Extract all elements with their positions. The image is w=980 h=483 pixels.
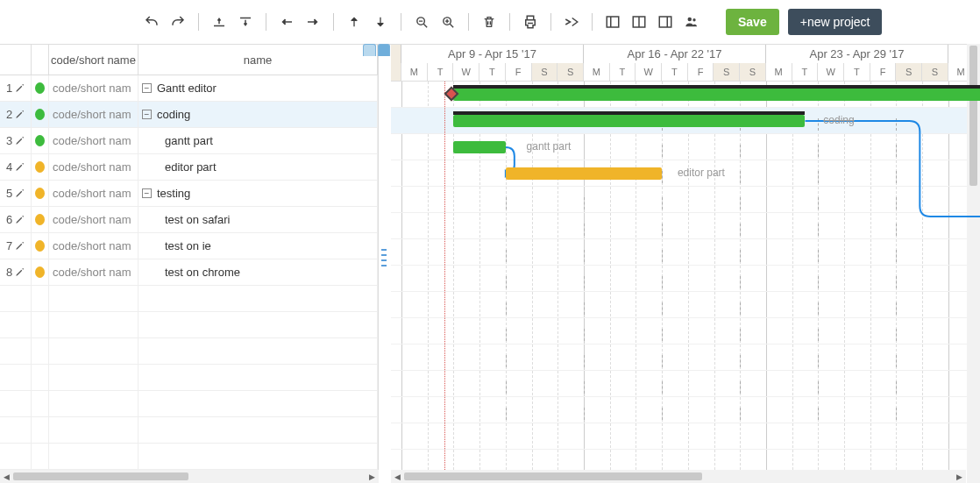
week-label: Apr 23 - Apr 29 '17 xyxy=(766,45,948,63)
edit-icon[interactable] xyxy=(15,188,25,198)
move-up-icon[interactable] xyxy=(343,11,366,33)
code-cell[interactable]: code/short nam xyxy=(49,128,138,153)
edit-icon[interactable] xyxy=(15,162,25,172)
edit-icon[interactable] xyxy=(15,241,25,251)
day-cell: W xyxy=(636,63,662,81)
table-row[interactable]: 2code/short nam−coding xyxy=(0,102,378,128)
table-row-empty xyxy=(0,391,378,417)
critical-path-icon[interactable] xyxy=(560,11,583,33)
tick-mark xyxy=(818,408,823,420)
edit-icon[interactable] xyxy=(15,215,25,224)
code-cell[interactable]: code/short nam xyxy=(49,233,138,259)
day-cell: S xyxy=(922,63,948,81)
scrollbar-thumb[interactable] xyxy=(13,472,188,480)
gantt-bar[interactable] xyxy=(453,115,805,127)
scroll-left-arrow-icon[interactable]: ◀ xyxy=(0,472,13,481)
edit-icon[interactable] xyxy=(15,136,25,146)
undo-icon[interactable] xyxy=(140,11,163,33)
layout-right-icon[interactable] xyxy=(654,11,677,33)
name-cell[interactable]: −coding xyxy=(138,102,378,127)
move-down-icon[interactable] xyxy=(369,11,392,33)
insert-below-icon[interactable] xyxy=(234,11,257,33)
table-row[interactable]: 3code/short namgantt part xyxy=(0,128,378,154)
gantt-row[interactable] xyxy=(391,423,980,450)
gantt-row[interactable] xyxy=(391,344,980,371)
table-row[interactable]: 6code/short namtest on safari xyxy=(0,207,378,233)
name-cell[interactable]: test on chrome xyxy=(138,259,378,285)
tick-mark xyxy=(506,355,511,367)
horizontal-scrollbar-left[interactable]: ◀ ▶ xyxy=(0,470,379,483)
tick-mark xyxy=(506,408,511,420)
gantt-row[interactable] xyxy=(391,450,980,470)
scrollbar-thumb[interactable] xyxy=(404,472,702,480)
bar-label: editor part xyxy=(678,167,725,179)
code-cell[interactable]: code/short nam xyxy=(49,259,138,285)
splitter-tab-active[interactable] xyxy=(378,44,391,56)
name-cell[interactable]: test on safari xyxy=(138,207,378,232)
status-cell[interactable] xyxy=(32,128,49,153)
edit-icon[interactable] xyxy=(15,110,25,119)
status-cell[interactable] xyxy=(32,102,49,127)
scroll-left-arrow-icon[interactable]: ◀ xyxy=(391,472,404,481)
code-cell[interactable]: code/short nam xyxy=(49,154,138,180)
indent-icon[interactable] xyxy=(302,11,324,33)
layout-split-icon[interactable] xyxy=(628,11,650,33)
table-row[interactable]: 8code/short namtest on chrome xyxy=(0,259,378,286)
edit-icon[interactable] xyxy=(15,267,25,277)
column-name[interactable]: name xyxy=(138,45,378,75)
new-project-button[interactable]: +new project xyxy=(788,9,883,35)
collapse-toggle-icon[interactable]: − xyxy=(142,110,152,119)
status-cell[interactable] xyxy=(32,207,49,232)
redo-icon[interactable] xyxy=(167,11,189,33)
code-cell[interactable]: code/short nam xyxy=(49,207,138,232)
edit-icon[interactable] xyxy=(15,83,25,93)
table-row[interactable]: 1code/short nam−Gantt editor xyxy=(0,75,378,102)
name-cell[interactable]: −testing xyxy=(138,181,378,206)
insert-above-icon[interactable] xyxy=(208,11,231,33)
gantt-bar[interactable] xyxy=(453,89,980,101)
status-cell[interactable] xyxy=(32,233,49,259)
collapse-toggle-icon[interactable]: − xyxy=(142,188,152,198)
status-cell[interactable] xyxy=(32,154,49,180)
table-row[interactable]: 5code/short nam−testing xyxy=(0,181,378,207)
table-row-empty xyxy=(0,365,378,391)
gantt-row[interactable] xyxy=(391,397,980,423)
status-cell[interactable] xyxy=(32,75,49,101)
row-index: 2 xyxy=(0,102,32,127)
name-cell[interactable]: gantt part xyxy=(138,128,378,153)
row-number: 8 xyxy=(6,266,12,279)
outdent-icon[interactable] xyxy=(275,11,298,33)
layout-left-icon[interactable] xyxy=(601,11,624,33)
gantt-bar[interactable] xyxy=(453,141,505,153)
scrollbar-corner xyxy=(967,470,980,483)
table-row[interactable]: 4code/short nameditor part xyxy=(0,154,378,181)
gantt-bar[interactable] xyxy=(506,167,662,180)
scroll-right-arrow-icon[interactable]: ▶ xyxy=(953,472,966,481)
name-cell[interactable]: editor part xyxy=(138,154,378,180)
resources-icon[interactable] xyxy=(680,11,703,33)
code-cell[interactable]: code/short nam xyxy=(49,181,138,206)
pane-splitter[interactable] xyxy=(379,44,391,470)
gantt-row[interactable] xyxy=(391,318,980,344)
name-cell[interactable]: test on ie xyxy=(138,233,378,259)
delete-icon[interactable] xyxy=(478,11,501,33)
name-cell[interactable]: −Gantt editor xyxy=(138,75,378,101)
save-button[interactable]: Save xyxy=(726,9,779,35)
splitter-grip-icon[interactable] xyxy=(381,249,387,266)
collapse-toggle-icon[interactable]: − xyxy=(142,83,152,93)
task-name: testing xyxy=(157,187,190,200)
scroll-right-arrow-icon[interactable]: ▶ xyxy=(366,472,379,481)
print-icon[interactable] xyxy=(519,11,542,33)
status-cell[interactable] xyxy=(32,259,49,285)
zoom-in-icon[interactable] xyxy=(437,11,459,33)
status-cell[interactable] xyxy=(32,181,49,206)
splitter-tab[interactable] xyxy=(363,44,376,56)
code-cell[interactable]: code/short nam xyxy=(49,102,138,127)
code-cell[interactable]: code/short nam xyxy=(49,75,138,101)
table-row-empty xyxy=(0,444,378,470)
gantt-row[interactable] xyxy=(391,371,980,397)
zoom-out-icon[interactable] xyxy=(410,11,433,33)
table-row[interactable]: 7code/short namtest on ie xyxy=(0,233,378,259)
column-code[interactable]: code/short name xyxy=(49,45,138,75)
horizontal-scrollbar-right[interactable]: ◀ ▶ xyxy=(391,470,966,483)
